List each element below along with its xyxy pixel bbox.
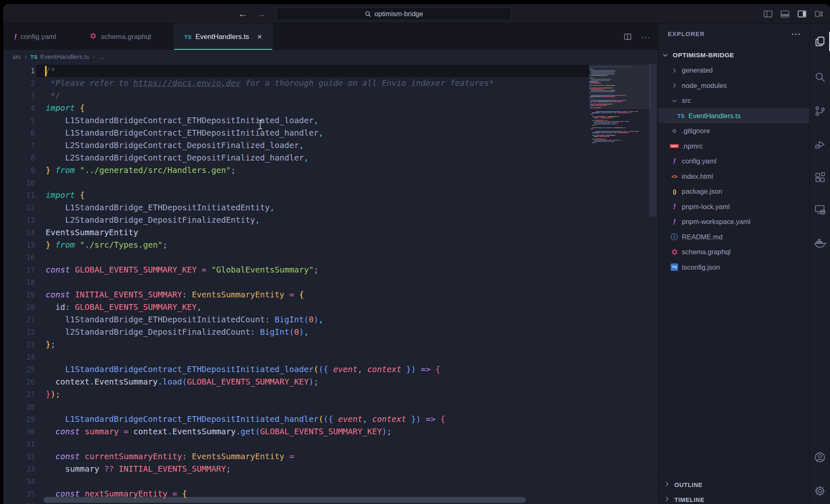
- code-editor[interactable]: 1/*2 *Please refer to https://docs.envio…: [3, 64, 658, 504]
- code-line-34[interactable]: 34: [3, 475, 658, 488]
- minimap[interactable]: [589, 65, 648, 210]
- breadcrumb-segment[interactable]: ...: [99, 53, 104, 61]
- explorer-icon[interactable]: [810, 29, 830, 54]
- code-line-29[interactable]: 29 L1StandardBridgeContract_ETHDepositIn…: [3, 413, 658, 426]
- sidebar-item-src[interactable]: src: [659, 93, 809, 108]
- toggle-panel-icon[interactable]: [780, 9, 790, 19]
- token: import: [46, 103, 75, 113]
- sidebar-item-eventhandlers.ts[interactable]: TSEventHandlers.ts: [659, 108, 809, 123]
- sidebar-item-generated[interactable]: generated: [659, 63, 809, 78]
- line-number: 4: [3, 102, 35, 114]
- code-line-27[interactable]: 27});: [3, 388, 658, 401]
- code-line-17[interactable]: 17const GLOBAL_EVENTS_SUMMARY_KEY = "Glo…: [3, 264, 658, 276]
- horizontal-scrollbar[interactable]: [44, 497, 526, 503]
- remote-explorer-icon[interactable]: [810, 197, 830, 222]
- sidebar-item-.npmrc[interactable]: npm.npmrc: [659, 139, 809, 153]
- sidebar-item-pnpm-workspace.yaml[interactable]: !pnpm-workspace.yaml: [659, 214, 809, 229]
- breadcrumb-segment[interactable]: TSEventHandlers.ts: [30, 53, 89, 61]
- code-line-30[interactable]: 30 const summary = context.EventsSummary…: [3, 426, 658, 438]
- code-line-9[interactable]: 9} from "../generated/src/Handlers.gen";: [3, 164, 658, 177]
- sidebar-item-index.html[interactable]: <>index.html: [659, 169, 809, 184]
- code-line-10[interactable]: 10: [3, 177, 658, 189]
- docker-icon[interactable]: [810, 230, 830, 256]
- explorer-more-icon[interactable]: ···: [791, 29, 801, 39]
- toggle-secondary-sidebar-icon[interactable]: [797, 9, 807, 19]
- account-icon[interactable]: [810, 444, 830, 470]
- code-line-22[interactable]: 22 l2StandardBridge_DepositFinalizedCoun…: [3, 326, 658, 338]
- more-actions-icon[interactable]: ···: [641, 32, 651, 42]
- code-text: L1StandardBridgeContract_ETHDepositIniti…: [46, 413, 445, 426]
- tab-schema.graphql[interactable]: schema.graphql: [78, 24, 162, 50]
- settings-icon[interactable]: [810, 478, 830, 504]
- breadcrumb-label: EventHandlers.ts: [40, 53, 89, 61]
- token: ;: [314, 377, 319, 387]
- sidebar-item-.gitignore[interactable]: .gitignore: [659, 124, 809, 139]
- sidebar-item-optimism-bridge[interactable]: OPTIMISM-BRIDGE: [659, 48, 809, 63]
- code-line-24[interactable]: 24: [3, 351, 658, 363]
- code-line-1[interactable]: 1/*: [3, 65, 658, 77]
- code-text: L2StandardBridgeContract_DepositFinalize…: [46, 152, 309, 164]
- file-label: EventHandlers.ts: [688, 112, 741, 120]
- split-editor-icon[interactable]: [623, 32, 632, 41]
- sidebar-item-schema.graphql[interactable]: schema.graphql: [659, 245, 809, 260]
- code-line-15[interactable]: 15} from "./src/Types.gen";: [3, 239, 658, 251]
- sidebar-item-pnpm-lock.yaml[interactable]: !pnpm-lock.yaml: [659, 199, 809, 214]
- line-number: 14: [3, 226, 35, 239]
- code-line-12[interactable]: 12 L1StandardBridge_ETHDepositInitiatedE…: [3, 202, 658, 214]
- sidebar-item-node_modules[interactable]: node_modules: [659, 78, 809, 93]
- forward-icon[interactable]: →: [256, 9, 266, 19]
- token: const: [46, 452, 80, 461]
- minimap-row: [589, 79, 648, 80]
- code-line-7[interactable]: 7 L2StandardBridgeContract_DepositFinali…: [3, 139, 658, 152]
- minimap-row: [589, 141, 648, 142]
- command-center-search[interactable]: optimism-bridge: [276, 7, 512, 20]
- sidebar-item-tsconfig.json[interactable]: TStsconfig.json: [659, 260, 809, 275]
- code-line-26[interactable]: 26 context.EventsSummary.load(GLOBAL_EVE…: [3, 376, 658, 388]
- code-line-14[interactable]: 14EventsSummaryEntity: [3, 226, 658, 239]
- panel-timeline[interactable]: TIMELINE: [659, 492, 809, 504]
- code-line-23[interactable]: 23};: [3, 338, 658, 351]
- code-line-21[interactable]: 21 l1StandardBridge_ETHDepositInitiatedC…: [3, 314, 658, 326]
- code-line-19[interactable]: 19const INITIAL_EVENTS_SUMMARY: EventsSu…: [3, 289, 658, 301]
- breadcrumb-segment[interactable]: src: [12, 53, 21, 61]
- toggle-primary-sidebar-icon[interactable]: [763, 9, 773, 19]
- code-line-25[interactable]: 25 L1StandardBridgeContract_ETHDepositIn…: [3, 363, 658, 376]
- code-line-5[interactable]: 5 L1StandardBridgeContract_ETHDepositIni…: [3, 114, 658, 127]
- code-line-13[interactable]: 13 L2StandardBridge_DepositFinalizedEnti…: [3, 214, 658, 226]
- tab-config.yaml[interactable]: !config.yaml: [3, 24, 67, 50]
- code-line-16[interactable]: 16: [3, 251, 658, 264]
- customize-layout-icon[interactable]: [814, 9, 824, 19]
- sidebar-item-package.json[interactable]: { }package.json: [659, 184, 809, 199]
- code-line-11[interactable]: 11import {: [3, 189, 658, 202]
- source-control-icon[interactable]: [810, 98, 830, 124]
- code-line-18[interactable]: 18: [3, 276, 658, 289]
- tab-EventHandlers.ts[interactable]: TSEventHandlers.ts✕: [173, 24, 273, 50]
- minimap-row: [589, 104, 648, 105]
- close-tab-icon[interactable]: ✕: [257, 33, 262, 41]
- minimap-row: [589, 132, 648, 133]
- extensions-icon[interactable]: [810, 165, 830, 190]
- code-line-8[interactable]: 8 L2StandardBridgeContract_DepositFinali…: [3, 152, 658, 164]
- minimap-row: [589, 136, 648, 137]
- code-line-3[interactable]: 3 */: [3, 90, 658, 102]
- code-line-32[interactable]: 32 const currentSummaryEntity: EventsSum…: [3, 450, 658, 463]
- token: ,: [319, 315, 324, 324]
- code-line-31[interactable]: 31: [3, 438, 658, 450]
- run-debug-icon[interactable]: [810, 131, 830, 157]
- code-line-6[interactable]: 6 L1StandardBridgeContract_ETHDepositIni…: [3, 127, 658, 139]
- token: }: [46, 240, 51, 250]
- sidebar-item-readme.md[interactable]: ⓘREADME.md: [659, 229, 809, 244]
- code-line-4[interactable]: 4import {: [3, 102, 658, 114]
- panel-outline[interactable]: OUTLINE: [659, 477, 809, 492]
- back-icon[interactable]: ←: [238, 9, 247, 19]
- indent-guide: [46, 475, 46, 488]
- code-line-28[interactable]: 28: [3, 401, 658, 413]
- line-number: 8: [3, 152, 35, 164]
- code-line-2[interactable]: 2 *Please refer to https://docs.envio.de…: [3, 77, 658, 90]
- vertical-scrollbar[interactable]: [649, 64, 657, 217]
- search-icon[interactable]: [810, 64, 830, 90]
- sidebar-item-config.yaml[interactable]: !config.yaml: [659, 154, 809, 169]
- code-line-33[interactable]: 33 summary ?? INITIAL_EVENTS_SUMMARY;: [3, 463, 658, 475]
- code-line-20[interactable]: 20 id: GLOBAL_EVENTS_SUMMARY_KEY,: [3, 301, 658, 314]
- screenshot-frame: ← → optimism-bridge !config.yaml schema.…: [0, 0, 830, 504]
